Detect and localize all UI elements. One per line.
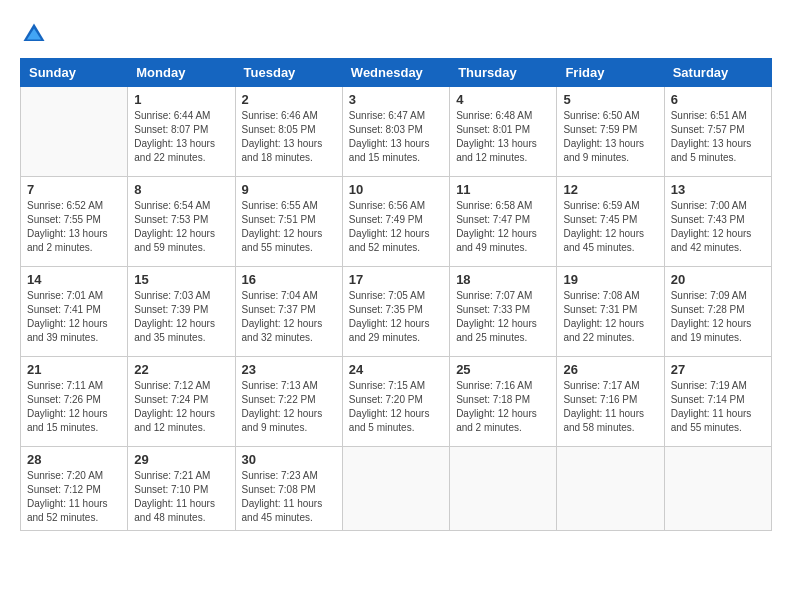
day-number: 22 [134, 362, 228, 377]
cell-line: Daylight: 13 hours [563, 138, 644, 149]
calendar-header: SundayMondayTuesdayWednesdayThursdayFrid… [21, 59, 772, 87]
cell-line: and 52 minutes. [349, 242, 420, 253]
calendar-cell: 24Sunrise: 7:15 AMSunset: 7:20 PMDayligh… [342, 357, 449, 447]
cell-line: and 9 minutes. [242, 422, 308, 433]
day-number: 23 [242, 362, 336, 377]
cell-line: Sunset: 7:39 PM [134, 304, 208, 315]
cell-line: Sunset: 7:10 PM [134, 484, 208, 495]
day-number: 1 [134, 92, 228, 107]
column-header-thursday: Thursday [450, 59, 557, 87]
calendar-cell: 13Sunrise: 7:00 AMSunset: 7:43 PMDayligh… [664, 177, 771, 267]
cell-line: and 32 minutes. [242, 332, 313, 343]
cell-line: and 5 minutes. [671, 152, 737, 163]
cell-line: Sunrise: 7:07 AM [456, 290, 532, 301]
cell-line: Daylight: 13 hours [242, 138, 323, 149]
cell-content: Sunrise: 6:55 AMSunset: 7:51 PMDaylight:… [242, 199, 336, 255]
cell-content: Sunrise: 6:52 AMSunset: 7:55 PMDaylight:… [27, 199, 121, 255]
cell-content: Sunrise: 7:09 AMSunset: 7:28 PMDaylight:… [671, 289, 765, 345]
week-row-1: 1Sunrise: 6:44 AMSunset: 8:07 PMDaylight… [21, 87, 772, 177]
calendar-cell: 9Sunrise: 6:55 AMSunset: 7:51 PMDaylight… [235, 177, 342, 267]
calendar-cell: 18Sunrise: 7:07 AMSunset: 7:33 PMDayligh… [450, 267, 557, 357]
header-row: SundayMondayTuesdayWednesdayThursdayFrid… [21, 59, 772, 87]
cell-line: Sunset: 8:01 PM [456, 124, 530, 135]
cell-line: Sunset: 7:14 PM [671, 394, 745, 405]
day-number: 13 [671, 182, 765, 197]
cell-line: Daylight: 12 hours [456, 408, 537, 419]
cell-line: Sunrise: 6:48 AM [456, 110, 532, 121]
calendar-cell: 10Sunrise: 6:56 AMSunset: 7:49 PMDayligh… [342, 177, 449, 267]
cell-line: and 55 minutes. [671, 422, 742, 433]
cell-line: Sunset: 7:22 PM [242, 394, 316, 405]
day-number: 28 [27, 452, 121, 467]
day-number: 4 [456, 92, 550, 107]
cell-line: Daylight: 12 hours [27, 408, 108, 419]
cell-line: Daylight: 12 hours [134, 318, 215, 329]
cell-line: Sunrise: 7:21 AM [134, 470, 210, 481]
calendar-cell: 19Sunrise: 7:08 AMSunset: 7:31 PMDayligh… [557, 267, 664, 357]
cell-line: and 39 minutes. [27, 332, 98, 343]
column-header-tuesday: Tuesday [235, 59, 342, 87]
calendar-cell: 5Sunrise: 6:50 AMSunset: 7:59 PMDaylight… [557, 87, 664, 177]
cell-content: Sunrise: 7:05 AMSunset: 7:35 PMDaylight:… [349, 289, 443, 345]
day-number: 10 [349, 182, 443, 197]
cell-line: Sunset: 7:47 PM [456, 214, 530, 225]
cell-line: and 49 minutes. [456, 242, 527, 253]
cell-line: Daylight: 11 hours [563, 408, 644, 419]
day-number: 20 [671, 272, 765, 287]
cell-content: Sunrise: 7:15 AMSunset: 7:20 PMDaylight:… [349, 379, 443, 435]
calendar-cell [21, 87, 128, 177]
calendar-cell: 11Sunrise: 6:58 AMSunset: 7:47 PMDayligh… [450, 177, 557, 267]
cell-line: Sunrise: 6:58 AM [456, 200, 532, 211]
day-number: 12 [563, 182, 657, 197]
cell-line: Daylight: 13 hours [456, 138, 537, 149]
cell-line: Sunrise: 7:05 AM [349, 290, 425, 301]
cell-line: Sunrise: 7:12 AM [134, 380, 210, 391]
cell-line: Sunrise: 7:20 AM [27, 470, 103, 481]
logo [20, 20, 52, 48]
cell-line: and 12 minutes. [456, 152, 527, 163]
cell-content: Sunrise: 6:48 AMSunset: 8:01 PMDaylight:… [456, 109, 550, 165]
day-number: 27 [671, 362, 765, 377]
cell-content: Sunrise: 6:46 AMSunset: 8:05 PMDaylight:… [242, 109, 336, 165]
day-number: 30 [242, 452, 336, 467]
cell-content: Sunrise: 6:47 AMSunset: 8:03 PMDaylight:… [349, 109, 443, 165]
cell-line: Sunset: 7:16 PM [563, 394, 637, 405]
cell-line: Daylight: 13 hours [134, 138, 215, 149]
day-number: 18 [456, 272, 550, 287]
calendar-cell [664, 447, 771, 531]
day-number: 14 [27, 272, 121, 287]
cell-line: Sunrise: 6:52 AM [27, 200, 103, 211]
cell-line: and 58 minutes. [563, 422, 634, 433]
cell-content: Sunrise: 7:17 AMSunset: 7:16 PMDaylight:… [563, 379, 657, 435]
cell-line: Sunset: 7:26 PM [27, 394, 101, 405]
calendar-cell: 28Sunrise: 7:20 AMSunset: 7:12 PMDayligh… [21, 447, 128, 531]
cell-line: Daylight: 12 hours [27, 318, 108, 329]
cell-line: Sunrise: 6:54 AM [134, 200, 210, 211]
cell-content: Sunrise: 6:58 AMSunset: 7:47 PMDaylight:… [456, 199, 550, 255]
day-number: 3 [349, 92, 443, 107]
cell-line: and 5 minutes. [349, 422, 415, 433]
cell-line: and 9 minutes. [563, 152, 629, 163]
calendar-cell: 27Sunrise: 7:19 AMSunset: 7:14 PMDayligh… [664, 357, 771, 447]
cell-content: Sunrise: 7:03 AMSunset: 7:39 PMDaylight:… [134, 289, 228, 345]
week-row-3: 14Sunrise: 7:01 AMSunset: 7:41 PMDayligh… [21, 267, 772, 357]
page-header [20, 20, 772, 48]
cell-line: Sunset: 7:35 PM [349, 304, 423, 315]
calendar-cell: 22Sunrise: 7:12 AMSunset: 7:24 PMDayligh… [128, 357, 235, 447]
cell-line: Sunrise: 6:47 AM [349, 110, 425, 121]
cell-line: Daylight: 12 hours [134, 228, 215, 239]
cell-line: Daylight: 13 hours [671, 138, 752, 149]
cell-line: and 22 minutes. [134, 152, 205, 163]
cell-line: and 48 minutes. [134, 512, 205, 523]
day-number: 21 [27, 362, 121, 377]
cell-line: Daylight: 12 hours [563, 318, 644, 329]
day-number: 26 [563, 362, 657, 377]
cell-line: Sunrise: 7:19 AM [671, 380, 747, 391]
cell-line: Sunset: 7:08 PM [242, 484, 316, 495]
cell-content: Sunrise: 7:07 AMSunset: 7:33 PMDaylight:… [456, 289, 550, 345]
cell-line: Sunrise: 6:46 AM [242, 110, 318, 121]
cell-content: Sunrise: 7:19 AMSunset: 7:14 PMDaylight:… [671, 379, 765, 435]
calendar-cell: 15Sunrise: 7:03 AMSunset: 7:39 PMDayligh… [128, 267, 235, 357]
cell-content: Sunrise: 7:04 AMSunset: 7:37 PMDaylight:… [242, 289, 336, 345]
calendar-cell: 26Sunrise: 7:17 AMSunset: 7:16 PMDayligh… [557, 357, 664, 447]
